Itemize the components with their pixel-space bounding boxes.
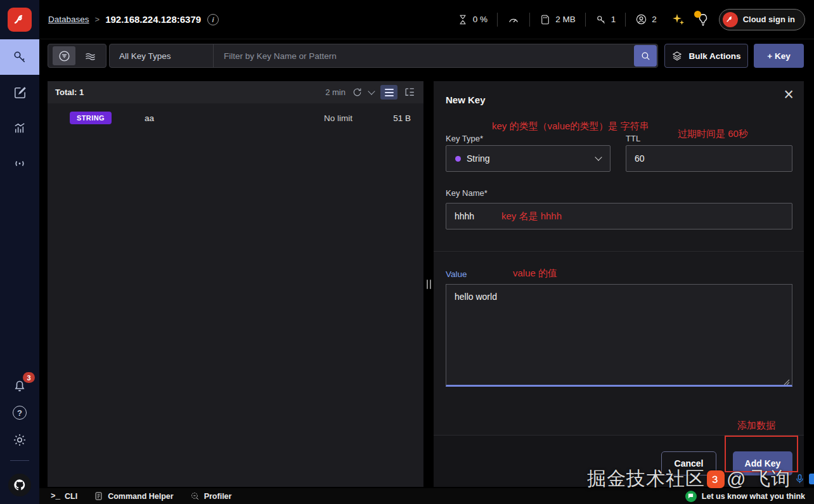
key-type-value: String: [467, 153, 490, 164]
filter-by-type-button[interactable]: [53, 46, 75, 65]
notifications-button[interactable]: 3: [12, 378, 27, 393]
info-icon[interactable]: i: [207, 14, 219, 25]
filter-icon-group: [48, 44, 107, 68]
ttl-input[interactable]: [626, 145, 792, 172]
broadcast-icon: [12, 156, 27, 171]
watermark: 掘金技术社区 @ 飞询: [587, 466, 814, 492]
sidebar: 3 ?: [0, 0, 39, 504]
value-label: Value: [446, 269, 467, 279]
form-divider: [434, 251, 804, 252]
clients-value: 2: [652, 15, 657, 24]
chart-icon: [13, 121, 27, 136]
watermark-app-icon: [809, 474, 814, 484]
cli-label: CLI: [65, 492, 77, 501]
github-icon: [13, 478, 27, 492]
refresh-icon: [352, 87, 363, 98]
profiler-icon: [190, 491, 200, 501]
cli-button[interactable]: >_ CLI: [51, 492, 77, 501]
clients-metric: 2: [635, 13, 657, 25]
search-button[interactable]: [634, 45, 657, 67]
key-icon: [12, 49, 27, 65]
sidebar-divider: [10, 460, 29, 461]
annotation-value: value 的值: [513, 268, 557, 280]
filter-circle-icon: [58, 49, 71, 63]
top-bar: Databases > 192.168.224.128:6379 i 0 % 2…: [39, 0, 814, 39]
panel-resize-handle[interactable]: [424, 278, 433, 290]
annotation-ttl: 过期时间是 60秒: [678, 128, 748, 140]
whats-new-button[interactable]: [696, 13, 710, 27]
terminal-icon: >_: [51, 492, 60, 501]
key-ttl-cell: No limit: [324, 113, 352, 123]
sidebar-item-pubsub[interactable]: [0, 146, 39, 181]
key-filter-combo: All Key Types: [109, 44, 658, 68]
copilot-button[interactable]: [671, 12, 686, 27]
pencil-square-icon: [13, 86, 27, 100]
help-button[interactable]: ?: [13, 406, 27, 420]
key-type-badge: STRING: [70, 112, 112, 124]
memory-metric: 2 MB: [539, 14, 576, 25]
key-list-panel: Total: 1 2 min STRING aa No limit 51 B: [48, 81, 423, 487]
add-key-button[interactable]: + Key: [754, 44, 804, 68]
cpu-metric: 0 %: [457, 14, 488, 25]
textarea-resize-grip[interactable]: [781, 377, 790, 385]
refresh-button[interactable]: [352, 87, 363, 98]
value-textarea[interactable]: hello world: [446, 284, 792, 387]
key-list-row[interactable]: STRING aa No limit 51 B: [48, 103, 423, 132]
string-type-dot: [455, 156, 461, 162]
sidebar-item-workbench[interactable]: [0, 75, 39, 110]
breadcrumb-instance: 192.168.224.128:6379: [105, 14, 201, 25]
cpu-value: 0 %: [473, 15, 488, 24]
gear-icon: [12, 432, 27, 448]
breadcrumb-databases-link[interactable]: Databases: [48, 15, 89, 24]
bulk-actions-label: Bulk Actions: [688, 51, 740, 61]
key-type-filter-dropdown[interactable]: All Key Types: [110, 51, 213, 61]
github-button[interactable]: [8, 474, 31, 496]
tree-view-icon: [404, 86, 416, 98]
sparkles-icon: [671, 12, 686, 27]
bulb-notification-dot: [694, 11, 701, 18]
feedback-button[interactable]: Let us know what you think: [685, 491, 805, 502]
settings-button[interactable]: [12, 432, 27, 448]
hourglass-icon: [457, 14, 468, 25]
gauge-metric: [507, 13, 520, 26]
command-helper-label: Command Helper: [108, 492, 174, 501]
watermark-community: 掘金技术社区: [587, 466, 705, 492]
sidebar-item-browser[interactable]: [0, 39, 39, 75]
help-glyph: ?: [17, 408, 22, 418]
key-type-select[interactable]: String: [446, 145, 610, 172]
search-input[interactable]: [214, 51, 633, 61]
list-view-button[interactable]: [380, 85, 397, 100]
squiggle-stack-icon: [84, 49, 97, 63]
juejin-logo-icon: [707, 470, 725, 488]
total-keys-label: Total: 1: [55, 87, 84, 97]
tree-view-button[interactable]: [404, 86, 416, 98]
search-icon: [640, 51, 651, 61]
sidebar-item-analytics[interactable]: [0, 110, 39, 146]
chevron-down-icon: [595, 153, 602, 160]
app-window: 3 ? Databases > 192.168.224.128:6379 i 0…: [0, 0, 814, 504]
profiler-label: Profiler: [204, 492, 232, 501]
gauge-icon: [507, 13, 520, 26]
profiler-button[interactable]: Profiler: [190, 491, 232, 501]
notifications-badge: 3: [23, 372, 35, 383]
bulk-actions-button[interactable]: Bulk Actions: [664, 44, 748, 68]
ttl-label: TTL: [626, 134, 640, 143]
chevron-down-icon[interactable]: [368, 87, 375, 94]
cloud-signin-button[interactable]: Cloud sign in: [719, 9, 805, 30]
user-circle-icon: [635, 13, 647, 25]
chat-icon: [685, 491, 697, 502]
redis-cloud-icon: [723, 12, 738, 27]
cloud-signin-label: Cloud sign in: [743, 15, 795, 24]
command-helper-button[interactable]: Command Helper: [94, 491, 174, 501]
scan-filter-button[interactable]: [79, 46, 101, 65]
breadcrumb-separator: >: [95, 15, 100, 24]
annotation-add: 添加数据: [737, 420, 775, 432]
feedback-label: Let us know what you think: [702, 492, 805, 501]
redis-logo[interactable]: [0, 0, 39, 39]
watermark-at: @: [727, 468, 746, 490]
key-name-cell: aa: [145, 113, 154, 123]
refresh-interval-label: 2 min: [325, 87, 346, 97]
close-icon[interactable]: ×: [784, 86, 794, 103]
key-name-label: Key Name*: [446, 188, 488, 198]
key-name-input[interactable]: [446, 203, 792, 229]
